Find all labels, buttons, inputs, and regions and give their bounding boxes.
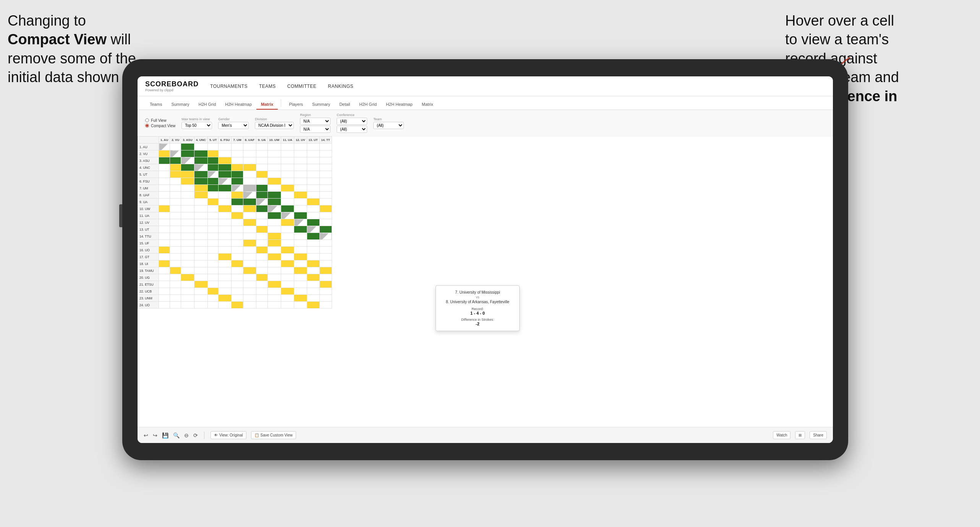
matrix-cell[interactable] — [207, 226, 219, 233]
matrix-cell[interactable] — [256, 192, 267, 199]
matrix-cell[interactable] — [194, 233, 207, 240]
matrix-cell[interactable] — [194, 281, 207, 288]
matrix-container[interactable]: 1. AU 2. VU 3. ASU 4. UNC 5. UT 6. FSU 7… — [138, 136, 833, 433]
matrix-cell[interactable] — [194, 260, 207, 267]
zoom-out-icon[interactable]: ⊖ — [184, 432, 189, 438]
matrix-cell[interactable] — [243, 144, 256, 150]
matrix-cell[interactable] — [281, 164, 294, 171]
matrix-cell[interactable] — [181, 164, 194, 171]
matrix-cell[interactable] — [256, 171, 267, 178]
matrix-cell[interactable] — [243, 267, 256, 274]
matrix-cell[interactable] — [207, 240, 219, 247]
matrix-cell[interactable] — [281, 295, 294, 302]
matrix-cell[interactable] — [319, 260, 332, 267]
matrix-cell[interactable] — [307, 185, 319, 192]
tab-h2h-heatmap-right[interactable]: H2H Heatmap — [381, 100, 417, 110]
matrix-cell[interactable] — [219, 274, 232, 281]
matrix-cell[interactable] — [307, 274, 319, 281]
matrix-cell[interactable] — [194, 288, 207, 295]
matrix-cell[interactable] — [267, 185, 281, 192]
matrix-cell[interactable] — [159, 157, 170, 164]
matrix-cell[interactable] — [181, 226, 194, 233]
matrix-cell[interactable] — [194, 247, 207, 254]
matrix-cell[interactable] — [219, 226, 232, 233]
matrix-cell[interactable] — [194, 254, 207, 260]
share-button[interactable]: Share — [810, 431, 827, 439]
matrix-cell[interactable] — [319, 302, 332, 309]
matrix-cell[interactable] — [181, 247, 194, 254]
matrix-cell[interactable] — [181, 199, 194, 205]
matrix-cell[interactable] — [256, 274, 267, 281]
matrix-cell[interactable] — [219, 199, 232, 205]
nav-rankings[interactable]: RANKINGS — [328, 84, 353, 89]
matrix-cell[interactable] — [243, 171, 256, 178]
matrix-cell[interactable] — [256, 219, 267, 226]
matrix-cell[interactable] — [307, 302, 319, 309]
matrix-cell[interactable] — [207, 199, 219, 205]
matrix-cell[interactable] — [319, 247, 332, 254]
matrix-cell[interactable] — [207, 295, 219, 302]
matrix-cell[interactable] — [319, 288, 332, 295]
filter-gender-select[interactable]: Men's — [218, 122, 249, 129]
matrix-cell[interactable] — [207, 219, 219, 226]
matrix-cell[interactable] — [307, 219, 319, 226]
matrix-cell[interactable] — [256, 178, 267, 185]
matrix-cell[interactable] — [294, 212, 307, 219]
matrix-cell[interactable] — [159, 226, 170, 233]
matrix-cell[interactable] — [207, 212, 219, 219]
matrix-cell[interactable] — [181, 260, 194, 267]
matrix-cell[interactable] — [181, 254, 194, 260]
matrix-cell[interactable] — [232, 274, 243, 281]
matrix-cell[interactable] — [159, 240, 170, 247]
matrix-cell[interactable] — [307, 171, 319, 178]
matrix-cell[interactable] — [207, 185, 219, 192]
matrix-cell[interactable] — [281, 240, 294, 247]
matrix-cell[interactable] — [232, 233, 243, 240]
matrix-cell[interactable] — [294, 157, 307, 164]
matrix-cell[interactable] — [181, 302, 194, 309]
filter-conference-select1[interactable]: (All) — [337, 118, 367, 125]
matrix-cell[interactable] — [207, 274, 219, 281]
matrix-cell[interactable] — [294, 288, 307, 295]
matrix-cell[interactable] — [170, 281, 181, 288]
matrix-cell[interactable] — [170, 157, 181, 164]
matrix-cell[interactable] — [159, 260, 170, 267]
matrix-cell[interactable] — [281, 226, 294, 233]
tab-h2h-grid-right[interactable]: H2H Grid — [355, 100, 381, 110]
matrix-cell[interactable] — [181, 240, 194, 247]
matrix-cell[interactable] — [170, 288, 181, 295]
matrix-cell[interactable] — [232, 185, 243, 192]
matrix-cell[interactable] — [207, 150, 219, 157]
matrix-cell[interactable] — [232, 260, 243, 267]
matrix-cell[interactable] — [219, 302, 232, 309]
matrix-cell[interactable] — [281, 199, 294, 205]
matrix-cell[interactable] — [243, 260, 256, 267]
matrix-cell[interactable] — [219, 157, 232, 164]
matrix-cell[interactable] — [319, 171, 332, 178]
matrix-cell[interactable] — [294, 281, 307, 288]
matrix-cell[interactable] — [307, 199, 319, 205]
nav-tournaments[interactable]: TOURNAMENTS — [210, 84, 248, 89]
matrix-cell[interactable] — [281, 288, 294, 295]
matrix-cell[interactable] — [170, 274, 181, 281]
matrix-cell[interactable] — [232, 247, 243, 254]
matrix-cell[interactable] — [294, 240, 307, 247]
matrix-cell[interactable] — [207, 178, 219, 185]
matrix-cell[interactable] — [159, 254, 170, 260]
matrix-cell[interactable] — [170, 260, 181, 267]
matrix-cell[interactable] — [294, 164, 307, 171]
full-view-input[interactable] — [145, 118, 149, 122]
matrix-cell[interactable] — [232, 199, 243, 205]
matrix-cell[interactable] — [181, 192, 194, 199]
matrix-cell[interactable] — [219, 288, 232, 295]
matrix-cell[interactable] — [307, 205, 319, 212]
matrix-cell[interactable] — [243, 247, 256, 254]
zoom-in-icon[interactable]: 🔍 — [173, 432, 180, 438]
matrix-cell[interactable] — [170, 295, 181, 302]
matrix-cell[interactable] — [194, 219, 207, 226]
matrix-cell[interactable] — [219, 150, 232, 157]
matrix-cell[interactable] — [170, 144, 181, 150]
matrix-cell[interactable] — [256, 281, 267, 288]
nav-committee[interactable]: COMMITTEE — [287, 84, 317, 89]
matrix-cell[interactable] — [232, 212, 243, 219]
